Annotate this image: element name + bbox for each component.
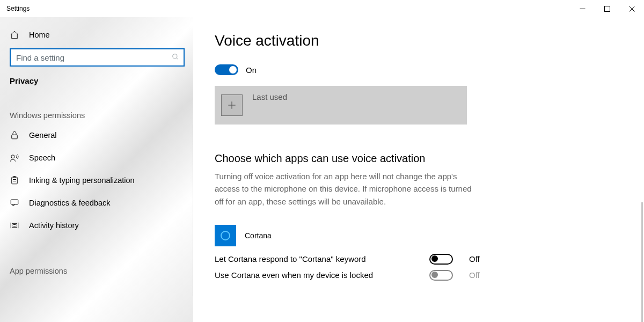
group-app-permissions: App permissions bbox=[0, 237, 193, 280]
last-used-card[interactable]: Last used bbox=[215, 86, 467, 125]
setting-label: Let Cortana respond to "Cortana" keyword bbox=[215, 254, 413, 264]
nav-home[interactable]: Home bbox=[0, 24, 193, 46]
sidebar-item-speech[interactable]: Speech bbox=[0, 147, 193, 169]
toggle-state-label: Off bbox=[469, 254, 480, 264]
svg-point-7 bbox=[11, 155, 14, 158]
search-box[interactable] bbox=[10, 48, 185, 67]
svg-rect-1 bbox=[604, 6, 610, 11]
sidebar-item-inking[interactable]: Inking & typing personalization bbox=[0, 169, 193, 192]
sidebar-item-label: Inking & typing personalization bbox=[29, 176, 135, 185]
voice-activation-toggle-label: On bbox=[246, 65, 257, 75]
sidebar-item-label: Speech bbox=[29, 153, 55, 162]
sidebar-item-diagnostics[interactable]: Diagnostics & feedback bbox=[0, 192, 193, 214]
toggle-state-label: Off bbox=[469, 270, 480, 280]
svg-rect-12 bbox=[11, 200, 18, 204]
group-windows-permissions: Windows permissions bbox=[0, 91, 193, 124]
app-row-cortana: Cortana bbox=[215, 225, 623, 246]
svg-rect-6 bbox=[12, 135, 18, 139]
history-icon bbox=[10, 221, 19, 230]
svg-rect-15 bbox=[12, 223, 17, 228]
section-title-privacy: Privacy bbox=[0, 73, 193, 91]
choose-apps-description: Turning off voice activation for an app … bbox=[215, 170, 472, 208]
sidebar-item-label: Activity history bbox=[29, 221, 79, 230]
nav-home-label: Home bbox=[29, 31, 50, 39]
feedback-icon bbox=[10, 198, 19, 208]
setting-cortana-keyword: Let Cortana respond to "Cortana" keyword… bbox=[215, 254, 623, 265]
close-button[interactable] bbox=[619, 0, 644, 17]
minimize-icon bbox=[580, 6, 586, 12]
search-input[interactable] bbox=[15, 53, 163, 63]
maximize-icon bbox=[604, 6, 610, 12]
cortana-icon bbox=[215, 225, 236, 246]
page-title: Voice activation bbox=[215, 32, 623, 49]
plus-icon bbox=[226, 100, 237, 111]
window-title: Settings bbox=[6, 5, 30, 12]
search-wrap bbox=[10, 48, 187, 67]
window-controls bbox=[570, 0, 644, 17]
setting-cortana-locked: Use Cortana even when my device is locke… bbox=[215, 270, 623, 281]
lock-icon bbox=[10, 130, 19, 140]
app-name-label: Cortana bbox=[245, 231, 272, 240]
add-app-button[interactable] bbox=[221, 94, 243, 116]
svg-point-4 bbox=[173, 54, 177, 58]
minimize-button[interactable] bbox=[570, 0, 595, 17]
sidebar-item-label: General bbox=[29, 131, 57, 140]
maximize-button[interactable] bbox=[595, 0, 619, 17]
cortana-locked-toggle[interactable] bbox=[429, 270, 453, 281]
choose-apps-heading: Choose which apps can use voice activati… bbox=[215, 152, 623, 165]
last-used-label: Last used bbox=[252, 92, 287, 101]
sidebar-item-label: Diagnostics & feedback bbox=[29, 199, 111, 207]
settings-window: Settings Home bbox=[0, 0, 644, 322]
svg-line-5 bbox=[177, 57, 178, 59]
titlebar: Settings bbox=[0, 0, 644, 17]
sidebar-item-activity[interactable]: Activity history bbox=[0, 214, 193, 237]
speech-icon bbox=[10, 153, 19, 163]
close-icon bbox=[629, 6, 635, 12]
voice-activation-toggle[interactable] bbox=[215, 64, 238, 75]
search-icon bbox=[172, 53, 179, 62]
home-icon bbox=[10, 30, 19, 40]
cortana-keyword-toggle[interactable] bbox=[429, 254, 453, 265]
sidebar-item-general[interactable]: General bbox=[0, 124, 193, 147]
clipboard-icon bbox=[10, 175, 19, 185]
sidebar: Home Privacy Windows permissions General bbox=[0, 17, 193, 322]
body: Home Privacy Windows permissions General bbox=[0, 17, 644, 322]
setting-label: Use Cortana even when my device is locke… bbox=[215, 270, 413, 280]
content: Voice activation On Last used Choose whi… bbox=[193, 17, 644, 322]
master-toggle-row: On bbox=[215, 64, 623, 75]
scrollbar[interactable] bbox=[641, 202, 643, 322]
